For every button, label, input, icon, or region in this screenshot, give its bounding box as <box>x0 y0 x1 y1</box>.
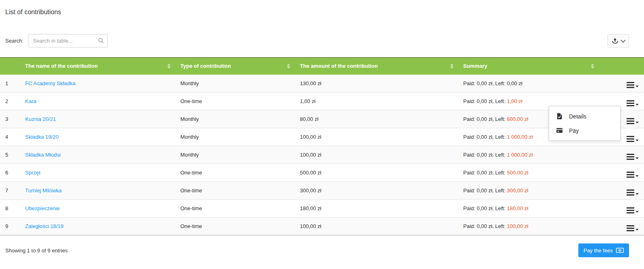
table-row: 8 Ubezpieczenie One-time 180,00 zł Paid:… <box>0 200 644 217</box>
contribution-amount: 300,00 zł <box>295 182 458 200</box>
row-actions-button[interactable] <box>627 100 639 106</box>
table-row: 9 Zaległości 18/19 One-time 100,00 zł Pa… <box>0 217 644 235</box>
menu-item-details[interactable]: Details <box>549 109 620 123</box>
summary-left-label: , Left: <box>492 134 507 140</box>
left-value: 1,00 zł <box>507 98 522 104</box>
hamburger-icon <box>627 100 634 106</box>
contribution-name-link[interactable]: Ubezpieczenie <box>25 205 60 211</box>
summary-left-label: , Left: <box>492 98 507 104</box>
contribution-amount: 500,00 zł <box>295 164 458 182</box>
table-row: 5 Składka Młodsi Monthly 100,00 zł Paid:… <box>0 146 644 164</box>
contribution-amount: 100,00 zł <box>295 217 458 235</box>
sort-icon <box>167 64 171 69</box>
paid-value: 0,00 zł <box>477 205 492 211</box>
contribution-summary: Paid: 0,00 zł, Left: 0,00 zł <box>458 75 599 93</box>
caret-down-icon <box>635 104 639 105</box>
hamburger-icon <box>627 118 634 124</box>
contribution-name-link[interactable]: Kara <box>25 98 36 104</box>
paid-value: 0,00 zł <box>477 170 492 176</box>
summary-paid-label: Paid: <box>463 223 477 229</box>
row-actions-menu: Details Pay <box>549 106 620 141</box>
row-index: 5 <box>0 146 20 164</box>
caret-down-icon <box>635 211 639 213</box>
table-footer: Showing 1 to 9 of 9 entries Pay the fees… <box>5 243 629 257</box>
paid-value: 0,00 zł <box>477 152 492 158</box>
row-actions-button[interactable] <box>627 172 639 178</box>
sort-icon <box>450 64 454 69</box>
left-value: 300,00 zł <box>507 187 528 194</box>
row-index: 7 <box>0 182 20 200</box>
caret-down-icon <box>635 122 639 123</box>
contributions-page: List of contributions Search: <box>0 0 644 269</box>
left-value: 100,00 zł <box>507 223 528 229</box>
summary-paid-label: Paid: <box>463 134 477 140</box>
document-check-icon <box>556 113 563 120</box>
contribution-name-link[interactable]: FC Academy Składka <box>25 80 75 86</box>
contribution-name-link[interactable]: Składka 19/20 <box>25 134 58 140</box>
row-actions-button[interactable] <box>627 118 639 124</box>
caret-down-icon <box>635 86 639 87</box>
contribution-type: One-time <box>175 182 295 200</box>
contribution-type: One-time <box>175 164 295 182</box>
table-row: 6 Sprzęt One-time 500,00 zł Paid: 0,00 z… <box>0 164 644 182</box>
header-actions <box>599 58 644 75</box>
row-actions-button[interactable] <box>627 207 639 213</box>
summary-left-label: , Left: <box>492 152 507 158</box>
pay-the-fees-button[interactable]: Pay the fees $ <box>578 243 629 257</box>
contribution-summary: Paid: 0,00 zł, Left: 180,00 zł <box>458 200 599 217</box>
summary-paid-label: Paid: <box>463 98 477 104</box>
menu-item-pay[interactable]: Pay <box>549 123 620 138</box>
contribution-name-link[interactable]: Turniej Milówka <box>25 187 62 194</box>
contribution-amount: 130,00 zł <box>295 75 458 93</box>
left-value: 0,00 zł <box>507 80 522 86</box>
left-value: 180,00 zł <box>507 205 528 211</box>
header-summary[interactable]: Summary <box>458 58 599 75</box>
entries-info: Showing 1 to 9 of 9 entries <box>5 247 68 254</box>
svg-text:$: $ <box>619 249 621 252</box>
pay-button-label: Pay the fees <box>584 247 613 254</box>
hamburger-icon <box>627 225 634 231</box>
export-button[interactable] <box>608 34 629 47</box>
contribution-summary: Paid: 0,00 zł, Left: 500,00 zł <box>458 164 599 182</box>
contribution-name-link[interactable]: Zaległości 18/19 <box>25 223 64 229</box>
sort-icon <box>287 64 290 69</box>
row-actions-button[interactable] <box>627 189 639 196</box>
paid-value: 0,00 zł <box>477 116 492 122</box>
table-row: 2 Kara One-time 1,00 zł Paid: 0,00 zł, L… <box>0 93 644 110</box>
contribution-amount: 100,00 zł <box>295 146 458 164</box>
search-input[interactable] <box>28 34 108 47</box>
contribution-name-link[interactable]: Składka Młodsi <box>25 152 60 158</box>
row-actions-button[interactable] <box>627 136 639 142</box>
summary-left-label: , Left: <box>492 205 507 211</box>
row-actions-button[interactable] <box>627 225 639 231</box>
contribution-type: Monthly <box>175 110 295 128</box>
contributions-table: The name of the contribution Type of con… <box>0 57 644 235</box>
caret-down-icon <box>635 175 639 177</box>
row-index: 1 <box>0 75 20 93</box>
table-row: 3 Kuznia 20/21 Monthly 80,00 zł Paid: 0,… <box>0 110 644 128</box>
caret-down-icon <box>635 229 639 230</box>
contribution-summary: Paid: 0,00 zł, Left: 1 000,00 zł <box>458 146 599 164</box>
header-index <box>0 58 20 75</box>
summary-left-label: , Left: <box>492 187 507 194</box>
header-name[interactable]: The name of the contribution <box>20 58 175 75</box>
contribution-type: Monthly <box>175 75 295 93</box>
search-icon <box>98 37 104 44</box>
row-index: 8 <box>0 200 20 217</box>
header-type[interactable]: Type of contribution <box>175 58 295 75</box>
contribution-name-link[interactable]: Kuznia 20/21 <box>25 116 56 122</box>
contribution-type: One-time <box>175 200 295 217</box>
caret-down-icon <box>635 157 639 159</box>
row-index: 9 <box>0 217 20 235</box>
row-actions-button[interactable] <box>627 154 639 160</box>
left-value: 1 000,00 zł <box>507 152 533 158</box>
contribution-name-link[interactable]: Sprzęt <box>25 170 41 176</box>
paid-value: 0,00 zł <box>477 80 492 86</box>
search-label: Search: <box>5 38 24 44</box>
summary-paid-label: Paid: <box>463 152 477 158</box>
header-amount[interactable]: The amount of the contribution <box>295 58 458 75</box>
row-actions-button[interactable] <box>627 82 639 88</box>
menu-item-label: Pay <box>569 127 579 134</box>
caret-down-icon <box>635 193 639 195</box>
left-value: 500,00 zł <box>507 170 528 176</box>
